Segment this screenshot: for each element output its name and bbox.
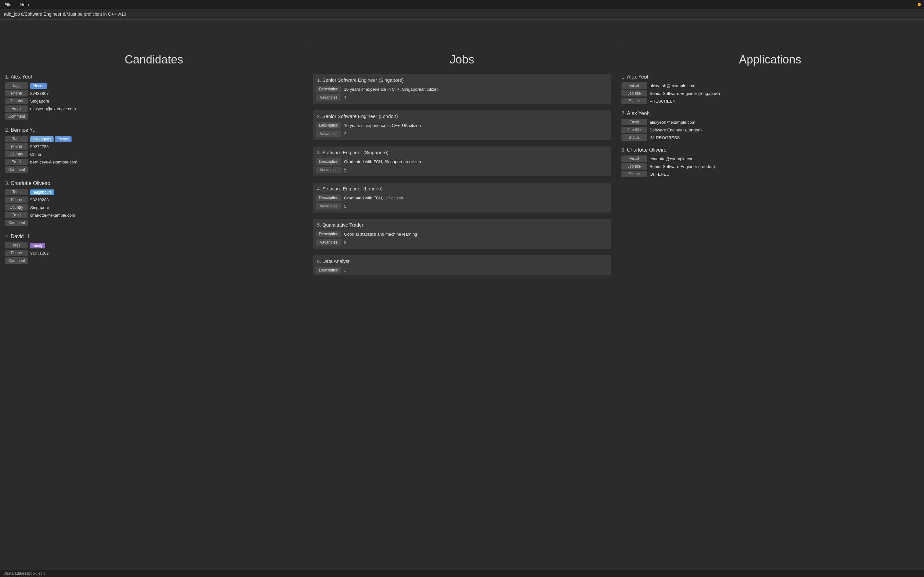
candidate-name: 1.Alex Yeoh [5, 74, 302, 80]
app-candidate-name: 2.Alex Yeoh [622, 111, 919, 116]
description-label: Description [316, 267, 341, 274]
candidate-name: 4.David Li [5, 234, 302, 239]
phone-label: Phone [5, 250, 27, 256]
job-item: 3.Software Engineer (Singapore) Descript… [313, 147, 611, 176]
country-label: Country [5, 204, 27, 211]
app-email-row: Email alexyeoh@example.com [622, 119, 919, 125]
phone-value: 93210283 [30, 197, 49, 202]
app-jobtitle-label: Job title [622, 90, 647, 97]
phone-row: Phone 91031282 [5, 250, 302, 256]
phone-label: Phone [5, 90, 27, 97]
app-status-label: Status [622, 171, 647, 177]
job-vacancies-row: Vacancies 1 [316, 94, 608, 101]
application-item: 2.Alex Yeoh Email alexyeoh@example.com J… [622, 111, 919, 141]
menu-file[interactable]: File [3, 2, 13, 8]
job-description-row: Description 10 years of experience in C+… [316, 122, 608, 129]
comment-label: Comment [5, 113, 28, 119]
candidate-item: 2.Bernice Yu Tags colleaguesfriends Phon… [5, 127, 302, 173]
app-candidate-name: 1.Alex Yeoh [622, 74, 919, 80]
app-status-label: Status [622, 134, 647, 141]
job-title: 4.Software Engineer (London) [313, 183, 611, 195]
app-number: 3. [622, 147, 626, 153]
app-status-label: Status [622, 98, 647, 104]
candidates-column: Candidates 1.Alex Yeoh Tags friends Phon… [0, 45, 308, 570]
job-item: 1.Senior Software Engineer (Singapore) D… [313, 74, 611, 104]
applications-column: Applications 1.Alex Yeoh Email alexyeoh@… [616, 45, 924, 570]
vacancies-label: Vacancies [316, 131, 341, 137]
email-label: Email [5, 212, 27, 218]
job-item: 5.Quantitative Trader Description Good a… [313, 219, 611, 249]
tags-row: Tags friends [5, 82, 302, 89]
app-email-row: Email alexyeoh@example.com [622, 82, 919, 89]
vacancies-label: Vacancies [316, 94, 341, 101]
tags-row: Tags neighbours [5, 189, 302, 195]
status-text: ./data/addressbook.json [4, 571, 45, 576]
applications-list: 1.Alex Yeoh Email alexyeoh@example.com J… [616, 71, 924, 570]
job-vacancies-row: Vacancies 2 [316, 131, 608, 137]
tag-badge: family [30, 243, 45, 248]
description-value: 10 years of experience in C++, Singapore… [344, 87, 439, 92]
description-label: Description [316, 122, 341, 129]
description-label: Description [316, 86, 341, 92]
app-jobtitle-label: Job title [622, 163, 647, 169]
app-number: 2. [622, 111, 626, 116]
application-item: 3.Charlotte Oliveiro Email charlotte@exa… [622, 147, 919, 177]
command-input[interactable] [4, 11, 920, 17]
email-value: charlotte@example.com [30, 213, 75, 218]
comment-row: Comment [5, 219, 302, 226]
vacancies-value: 5 [344, 204, 346, 209]
description-label: Description [316, 195, 341, 201]
app-status-value: OFFERED [650, 172, 670, 177]
comment-row: Comment [5, 113, 302, 119]
candidate-name: 2.Bernice Yu [5, 127, 302, 133]
vacancies-value: 2 [344, 240, 346, 245]
description-label: Description [316, 158, 341, 165]
description-label: Description [316, 231, 341, 237]
vacancies-value: 2 [344, 131, 346, 136]
menu-help[interactable]: Help [18, 2, 31, 8]
applications-header: Applications [616, 45, 924, 71]
job-title: 2.Senior Software Engineer (London) [313, 110, 611, 122]
app-status-value: IN_PROGRESS [650, 135, 680, 140]
job-title: 6.Data Analyst [313, 255, 611, 267]
tags-label: Tags [5, 189, 27, 195]
tag-badge: friends [30, 83, 47, 89]
status-bar: ./data/addressbook.json [0, 570, 924, 577]
comment-label: Comment [5, 219, 28, 226]
phone-value: 99272758 [30, 144, 49, 149]
candidate-name: 3.Charlotte Oliveiro [5, 181, 302, 186]
job-number: 6. [317, 258, 321, 264]
app-jobtitle-label: Job title [622, 127, 647, 133]
phone-value: 91031282 [30, 251, 49, 255]
tags-row: Tags colleaguesfriends [5, 135, 302, 142]
job-item: 4.Software Engineer (London) Description… [313, 183, 611, 213]
tag-badge: colleagues [30, 136, 53, 142]
tags-label: Tags [5, 135, 27, 142]
tags-value: family [30, 243, 47, 248]
tags-value: neighbours [30, 189, 55, 195]
app-status-value: PRESCREEN [650, 99, 676, 103]
tags-value: friends [30, 83, 48, 88]
email-row: Email berniceyu@example.com [5, 159, 302, 165]
job-description-row: Description 10 years of experience in C+… [316, 86, 608, 92]
job-title: 1.Senior Software Engineer (Singapore) [313, 74, 611, 86]
traffic-light [918, 3, 921, 6]
app-status-row: Status PRESCREEN [622, 98, 919, 104]
tag-badge: friends [55, 136, 71, 142]
application-item: 1.Alex Yeoh Email alexyeoh@example.com J… [622, 74, 919, 104]
candidate-item: 3.Charlotte Oliveiro Tags neighbours Pho… [5, 181, 302, 226]
country-row: Country Singapore [5, 98, 302, 104]
vacancies-label: Vacancies [316, 167, 341, 173]
email-value: berniceyu@example.com [30, 160, 78, 164]
country-value: Singapore [30, 99, 49, 103]
spacer [0, 19, 924, 45]
country-label: Country [5, 98, 27, 104]
app-jobtitle-value: Senior Software Engineer (Singapore) [650, 91, 720, 96]
email-label: Email [5, 159, 27, 165]
job-description-row: Description ... [316, 267, 608, 274]
vacancies-value: 5 [344, 168, 346, 172]
country-row: Country Singapore [5, 204, 302, 211]
description-value: ... [344, 268, 347, 273]
job-number: 5. [317, 222, 321, 227]
tags-value: colleaguesfriends [30, 136, 73, 141]
